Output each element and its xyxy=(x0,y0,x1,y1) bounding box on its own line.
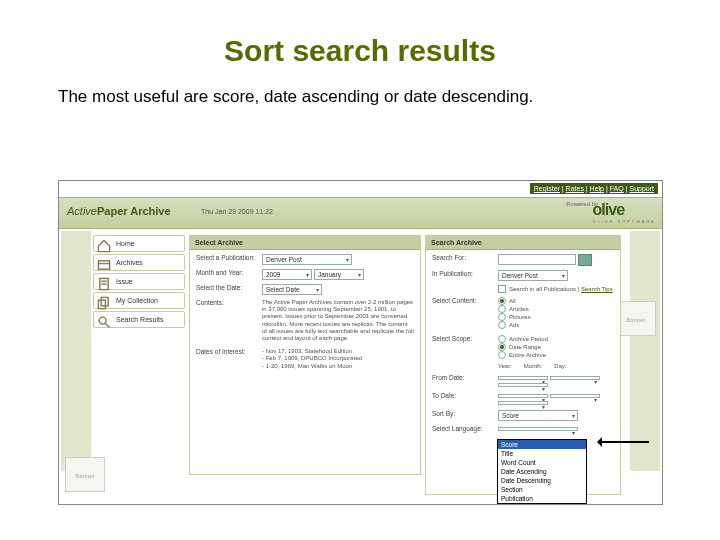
link-help[interactable]: Help xyxy=(590,185,604,192)
app-window: Register | Rates | Help | FAQ | Support … xyxy=(58,180,663,505)
select-scope-label: Select Scope: xyxy=(432,335,498,359)
ad-rail-left xyxy=(61,231,91,471)
panel-header: Search Archive xyxy=(426,236,620,250)
dates-interest-label: Dates of Interest: xyxy=(196,348,262,370)
link-register[interactable]: Register xyxy=(534,185,560,192)
panel-header: Select Archive xyxy=(190,236,420,250)
radio-label: Pictures xyxy=(509,314,531,320)
home-icon xyxy=(97,239,111,253)
year-select[interactable]: 2009 xyxy=(262,269,312,280)
brand-logo: ActivePaper Archive xyxy=(67,205,171,217)
year-col-label: Year: xyxy=(498,363,512,370)
to-year-select[interactable] xyxy=(498,394,548,398)
link-faq[interactable]: FAQ xyxy=(610,185,624,192)
left-nav: Home Archives Issue My Collection Search… xyxy=(93,235,185,330)
select-content-label: Select Content: xyxy=(432,297,498,329)
in-publication-select[interactable]: Denver Post xyxy=(498,270,568,281)
nav-home[interactable]: Home xyxy=(93,235,185,252)
sort-by-label: Sort By: xyxy=(432,410,498,421)
month-year-label: Month and Year: xyxy=(196,269,262,280)
link-support[interactable]: Support xyxy=(629,185,654,192)
search-all-label: Search in all Publications xyxy=(509,286,576,292)
content-articles-radio[interactable] xyxy=(498,305,506,313)
header-datetime: Thu Jan 29 2009 11:22 xyxy=(201,208,273,215)
select-date-label: Select the Date: xyxy=(196,284,262,295)
nav-label: Issue xyxy=(116,278,133,285)
banner-placeholder-left: Banner xyxy=(65,457,105,492)
slide-title: Sort search results xyxy=(0,34,720,68)
radio-label: Entire Archive xyxy=(509,352,546,358)
nav-label: Search Results xyxy=(116,316,163,323)
collection-icon xyxy=(97,296,111,310)
search-all-checkbox[interactable] xyxy=(498,285,506,293)
nav-label: Archives xyxy=(116,259,143,266)
to-date-label: To Date: xyxy=(432,392,498,406)
from-month-select[interactable] xyxy=(550,376,600,380)
sort-option-word-count[interactable]: Word Count xyxy=(498,458,586,467)
banner-placeholder-right: Banner xyxy=(616,301,656,336)
svg-point-7 xyxy=(99,317,106,324)
sort-option-score[interactable]: Score xyxy=(498,440,586,449)
header-band: ActivePaper Archive Thu Jan 29 2009 11:2… xyxy=(59,197,662,229)
sort-option-section[interactable]: Section xyxy=(498,485,586,494)
content-pictures-radio[interactable] xyxy=(498,313,506,321)
dates-interest-list: - Nov 17, 1903, Statehood Edition - Feb … xyxy=(262,348,414,370)
radio-label: Articles xyxy=(509,306,529,312)
sort-by-select[interactable]: Score xyxy=(498,410,578,421)
results-icon xyxy=(97,315,111,329)
svg-rect-6 xyxy=(101,297,108,305)
slide-subtitle: The most useful are score, date ascendin… xyxy=(58,86,662,108)
nav-archives[interactable]: Archives xyxy=(93,254,185,271)
publication-select[interactable]: Denver Post xyxy=(262,254,352,265)
in-publication-label: In Publication: xyxy=(432,270,498,281)
scope-archive-period-radio[interactable] xyxy=(498,335,506,343)
search-for-label: Search For: xyxy=(432,254,498,266)
svg-rect-0 xyxy=(98,261,109,269)
scope-entire-archive-radio[interactable] xyxy=(498,351,506,359)
publication-label: Select a Publication: xyxy=(196,254,262,265)
content-all-radio[interactable] xyxy=(498,297,506,305)
issue-icon xyxy=(97,277,111,291)
from-year-select[interactable] xyxy=(498,376,548,380)
search-go-button[interactable] xyxy=(578,254,592,266)
ad-rail-right xyxy=(630,231,660,471)
sort-by-dropdown-list[interactable]: Score Title Word Count Date Ascending Da… xyxy=(497,439,587,504)
nav-search-results[interactable]: Search Results xyxy=(93,311,185,328)
month-col-label: Month: xyxy=(524,363,542,370)
top-utility-links: Register | Rates | Help | FAQ | Support xyxy=(530,183,658,194)
nav-label: Home xyxy=(116,240,135,247)
scope-date-range-radio[interactable] xyxy=(498,343,506,351)
annotation-arrow xyxy=(599,441,649,443)
radio-label: All xyxy=(509,298,516,304)
select-language-label: Select Language: xyxy=(432,425,498,432)
search-input[interactable] xyxy=(498,254,576,265)
nav-label: My Collection xyxy=(116,297,158,304)
archives-icon xyxy=(97,258,111,272)
day-col-label: Day: xyxy=(554,363,566,370)
contents-text: The Active Paper Archives contain over 2… xyxy=(262,299,414,342)
nav-issue[interactable]: Issue xyxy=(93,273,185,290)
olive-logo: oliveOLIVE SOFTWARE xyxy=(593,201,656,224)
svg-rect-5 xyxy=(98,300,105,308)
sort-option-title[interactable]: Title xyxy=(498,449,586,458)
from-day-select[interactable] xyxy=(498,383,548,387)
link-rates[interactable]: Rates xyxy=(566,185,584,192)
to-day-select[interactable] xyxy=(498,401,548,405)
date-select[interactable]: Select Date xyxy=(262,284,322,295)
radio-label: Ads xyxy=(509,322,519,328)
svg-line-8 xyxy=(105,323,109,327)
month-select[interactable]: January xyxy=(314,269,364,280)
search-tips-link[interactable]: Search Tips xyxy=(581,286,613,292)
radio-label: Date Range xyxy=(509,344,541,350)
from-date-label: From Date: xyxy=(432,374,498,388)
nav-my-collection[interactable]: My Collection xyxy=(93,292,185,309)
language-select[interactable] xyxy=(498,427,578,431)
contents-label: Contents: xyxy=(196,299,262,342)
to-month-select[interactable] xyxy=(550,394,600,398)
sort-option-publication[interactable]: Publication xyxy=(498,494,586,503)
select-archive-panel: Select Archive Select a Publication: Den… xyxy=(189,235,421,475)
sort-option-date-descending[interactable]: Date Descending xyxy=(498,476,586,485)
content-ads-radio[interactable] xyxy=(498,321,506,329)
sort-option-date-ascending[interactable]: Date Ascending xyxy=(498,467,586,476)
radio-label: Archive Period xyxy=(509,336,548,342)
